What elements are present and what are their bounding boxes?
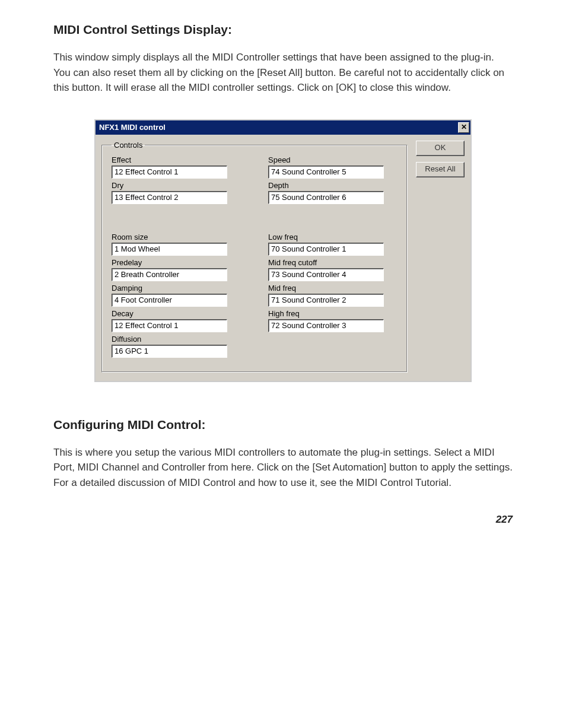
effect-label: Effect [112, 155, 236, 164]
depth-field[interactable]: 75 Sound Controller 6 [268, 191, 384, 204]
dialog-titlebar: NFX1 MIDI control ✕ [96, 120, 470, 135]
midfreq-label: Mid freq [268, 284, 393, 293]
controls-col-right: Speed 74 Sound Controller 5 Depth 75 Sou… [268, 155, 393, 360]
highfreq-label: High freq [268, 309, 393, 318]
decay-label: Decay [112, 309, 236, 318]
section-heading: MIDI Control Settings Display: [53, 23, 513, 37]
lowfreq-label: Low freq [268, 233, 393, 241]
section-paragraph: This window simply displays all the MIDI… [53, 50, 513, 96]
effect-field[interactable]: 12 Effect Control 1 [112, 166, 227, 179]
section-paragraph: This is where you setup the various MIDI… [53, 445, 513, 491]
decay-field[interactable]: 12 Effect Control 1 [112, 319, 227, 332]
section-heading: Configuring MIDI Control: [53, 418, 513, 432]
reset-all-button[interactable]: Reset All [416, 162, 465, 177]
dialog-buttons: OK Reset All [416, 141, 465, 183]
damping-label: Damping [112, 284, 236, 293]
damping-field[interactable]: 4 Foot Controller [112, 294, 227, 307]
speed-label: Speed [268, 155, 393, 164]
predelay-label: Predelay [112, 258, 236, 267]
depth-label: Depth [268, 181, 393, 190]
controls-groupbox: Controls Effect 12 Effect Control 1 Dry … [101, 141, 408, 373]
close-icon[interactable]: ✕ [458, 122, 469, 133]
lowfreq-field[interactable]: 70 Sound Controller 1 [268, 243, 384, 256]
dry-field[interactable]: 13 Effect Control 2 [112, 191, 227, 204]
diffusion-field[interactable]: 16 GPC 1 [112, 345, 227, 358]
roomsize-field[interactable]: 1 Mod Wheel [112, 243, 227, 256]
dry-label: Dry [112, 181, 236, 190]
predelay-field[interactable]: 2 Breath Controller [112, 268, 227, 281]
ok-button[interactable]: OK [416, 141, 465, 156]
midi-control-dialog: NFX1 MIDI control ✕ Controls Effect 12 E… [94, 119, 472, 382]
diffusion-label: Diffusion [112, 335, 236, 344]
midfreqcutoff-field[interactable]: 73 Sound Controller 4 [268, 268, 384, 281]
controls-legend: Controls [112, 141, 145, 150]
dialog-body: Controls Effect 12 Effect Control 1 Dry … [96, 135, 470, 381]
dialog-title: NFX1 MIDI control [99, 123, 166, 132]
page-number: 227 [53, 514, 513, 526]
controls-col-left: Effect 12 Effect Control 1 Dry 13 Effect… [112, 155, 236, 360]
speed-field[interactable]: 74 Sound Controller 5 [268, 166, 384, 179]
highfreq-field[interactable]: 72 Sound Controller 3 [268, 319, 384, 332]
midfreq-field[interactable]: 71 Sound Controller 2 [268, 294, 384, 307]
midfreqcutoff-label: Mid freq cutoff [268, 258, 393, 267]
roomsize-label: Room size [112, 233, 236, 241]
